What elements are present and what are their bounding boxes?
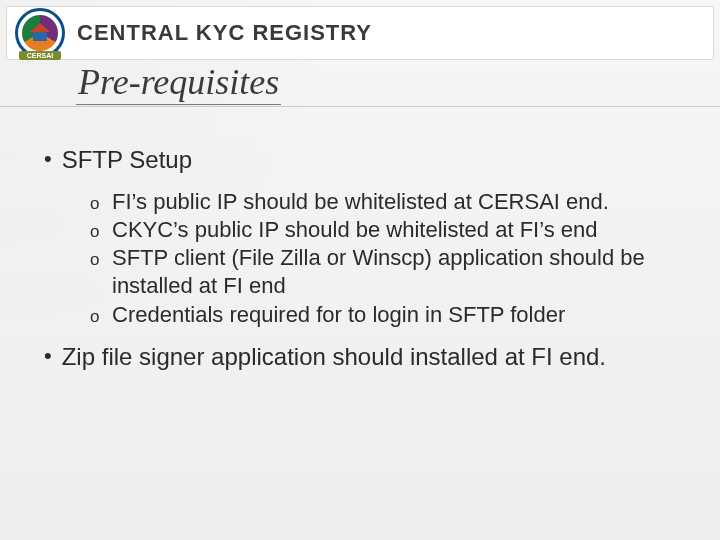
list-item-text: Credentials required for to login in SFT… — [112, 301, 680, 329]
cersai-logo: CERSAI — [15, 8, 65, 58]
bullet-dot-icon: • — [44, 345, 52, 367]
bullet-zip-signer: • Zip file signer application should ins… — [44, 343, 680, 371]
bullet-dot-icon: • — [44, 148, 52, 170]
header-title: CENTRAL KYC REGISTRY — [77, 20, 372, 46]
sftp-sublist: o FI’s public IP should be whitelisted a… — [90, 188, 680, 329]
open-bullet-icon: o — [90, 249, 104, 271]
list-item: o SFTP client (File Zilla or Winscp) app… — [90, 244, 680, 300]
list-item-text: SFTP client (File Zilla or Winscp) appli… — [112, 244, 680, 300]
open-bullet-icon: o — [90, 221, 104, 243]
bullet-label: SFTP Setup — [62, 146, 192, 174]
list-item: o FI’s public IP should be whitelisted a… — [90, 188, 680, 216]
bullet-label: Zip file signer application should insta… — [62, 343, 606, 371]
list-item-text: CKYC’s public IP should be whitelisted a… — [112, 216, 680, 244]
list-item: o Credentials required for to login in S… — [90, 301, 680, 329]
header-bar: CERSAI CENTRAL KYC REGISTRY — [6, 6, 714, 60]
list-item: o CKYC’s public IP should be whitelisted… — [90, 216, 680, 244]
open-bullet-icon: o — [90, 193, 104, 215]
open-bullet-icon: o — [90, 306, 104, 328]
bullet-sftp-setup: • SFTP Setup — [44, 146, 680, 174]
list-item-text: FI’s public IP should be whitelisted at … — [112, 188, 680, 216]
logo-tag-text: CERSAI — [19, 51, 61, 60]
content-area: • SFTP Setup o FI’s public IP should be … — [44, 146, 680, 385]
title-underline — [0, 106, 720, 107]
page-title: Pre-requisites — [76, 64, 281, 105]
